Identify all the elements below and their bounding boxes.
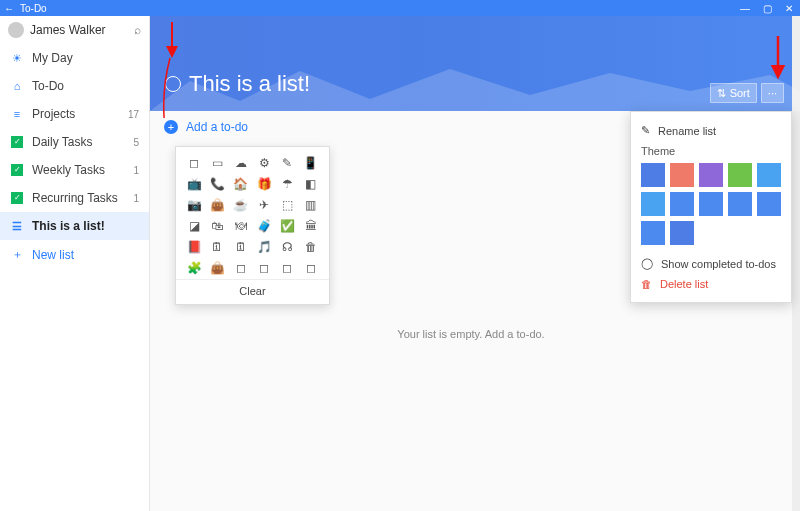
emoji-picker-clear-button[interactable]: Clear bbox=[176, 279, 329, 304]
emoji-option[interactable]: ✅ bbox=[280, 219, 294, 233]
sidebar-item-weekly-tasks[interactable]: ✓ Weekly Tasks 1 bbox=[0, 156, 149, 184]
emoji-option[interactable]: ⬚ bbox=[280, 198, 294, 212]
emoji-option[interactable]: 📷 bbox=[187, 198, 201, 212]
sidebar-item-todo[interactable]: ⌂ To-Do bbox=[0, 72, 149, 100]
theme-swatch[interactable] bbox=[757, 163, 781, 187]
new-list-button[interactable]: ＋ New list bbox=[0, 240, 149, 269]
sidebar: James Walker ⌕ ☀ My Day ⌂ To-Do ≡ Projec… bbox=[0, 16, 150, 511]
emoji-option[interactable]: ◻ bbox=[304, 261, 318, 275]
emoji-option[interactable]: 🗓 bbox=[210, 240, 224, 254]
emoji-option[interactable]: 📺 bbox=[187, 177, 201, 191]
theme-swatch[interactable] bbox=[728, 163, 752, 187]
add-icon: + bbox=[164, 120, 178, 134]
emoji-option[interactable]: ☊ bbox=[280, 240, 294, 254]
user-row[interactable]: James Walker ⌕ bbox=[0, 16, 149, 44]
check-circle-icon: ◯ bbox=[641, 257, 653, 270]
sidebar-item-this-is-a-list[interactable]: ☰ This is a list! bbox=[0, 212, 149, 240]
theme-swatch[interactable] bbox=[670, 221, 694, 245]
bullet-list-icon: ☰ bbox=[10, 220, 24, 233]
window-maximize-button[interactable]: ▢ bbox=[756, 3, 778, 14]
list-options-flyout: ✎ Rename list Theme ◯ Show completed to-… bbox=[630, 111, 792, 303]
sidebar-item-projects[interactable]: ≡ Projects 17 bbox=[0, 100, 149, 128]
back-button[interactable]: ← bbox=[0, 3, 18, 14]
theme-swatch[interactable] bbox=[641, 221, 665, 245]
list-emoji-button[interactable] bbox=[165, 76, 181, 92]
theme-swatch[interactable] bbox=[641, 192, 665, 216]
home-icon: ⌂ bbox=[10, 80, 24, 92]
search-icon[interactable]: ⌕ bbox=[134, 23, 141, 37]
titlebar: ← To-Do — ▢ ✕ bbox=[0, 0, 800, 16]
theme-swatch[interactable] bbox=[670, 192, 694, 216]
sidebar-item-label: Daily Tasks bbox=[32, 135, 92, 149]
emoji-option[interactable]: ☂ bbox=[280, 177, 294, 191]
theme-swatch[interactable] bbox=[699, 163, 723, 187]
emoji-option[interactable]: 🏛 bbox=[304, 219, 318, 233]
sidebar-item-label: Projects bbox=[32, 107, 75, 121]
sidebar-item-label: Recurring Tasks bbox=[32, 191, 118, 205]
theme-swatch[interactable] bbox=[728, 192, 752, 216]
emoji-option[interactable]: ◻ bbox=[234, 261, 248, 275]
sidebar-item-recurring-tasks[interactable]: ✓ Recurring Tasks 1 bbox=[0, 184, 149, 212]
empty-list-message: Your list is empty. Add a to-do. bbox=[150, 328, 792, 340]
emoji-option[interactable]: 📕 bbox=[187, 240, 201, 254]
show-completed-button[interactable]: ◯ Show completed to-dos bbox=[641, 253, 781, 274]
emoji-option[interactable]: ◻ bbox=[187, 156, 201, 170]
list-banner: This is a list! ⇅ Sort ··· bbox=[150, 16, 792, 111]
sort-label: Sort bbox=[730, 87, 750, 99]
emoji-option[interactable]: 🛍 bbox=[210, 219, 224, 233]
check-icon: ✓ bbox=[10, 136, 24, 148]
sidebar-item-daily-tasks[interactable]: ✓ Daily Tasks 5 bbox=[0, 128, 149, 156]
theme-swatch[interactable] bbox=[699, 192, 723, 216]
emoji-option[interactable]: 📱 bbox=[304, 156, 318, 170]
theme-swatch[interactable] bbox=[670, 163, 694, 187]
emoji-option[interactable]: ◻ bbox=[280, 261, 294, 275]
emoji-option[interactable]: 🎵 bbox=[257, 240, 271, 254]
window-minimize-button[interactable]: — bbox=[734, 3, 756, 14]
emoji-option[interactable]: ◧ bbox=[304, 177, 318, 191]
emoji-option[interactable]: ✎ bbox=[280, 156, 294, 170]
emoji-option[interactable]: ◻ bbox=[257, 261, 271, 275]
theme-swatches bbox=[641, 163, 781, 245]
window-close-button[interactable]: ✕ bbox=[778, 3, 800, 14]
emoji-option[interactable]: ◪ bbox=[187, 219, 201, 233]
theme-swatch[interactable] bbox=[757, 192, 781, 216]
emoji-option[interactable]: ☁ bbox=[234, 156, 248, 170]
emoji-option[interactable]: ⚙ bbox=[257, 156, 271, 170]
list-options-button[interactable]: ··· bbox=[761, 83, 784, 103]
theme-heading: Theme bbox=[641, 145, 781, 157]
show-completed-label: Show completed to-dos bbox=[661, 258, 776, 270]
main: This is a list! ⇅ Sort ··· + Add a to-do… bbox=[150, 16, 792, 511]
emoji-picker: ◻▭☁⚙✎📱📺📞🏠🎁☂◧📷👜☕✈⬚▥◪🛍🍽🧳✅🏛📕🗓🗓🎵☊🗑🧩👜◻◻◻◻ Cle… bbox=[175, 146, 330, 305]
emoji-option[interactable]: 🏠 bbox=[234, 177, 248, 191]
sidebar-item-label: This is a list! bbox=[32, 219, 105, 233]
sidebar-item-label: Weekly Tasks bbox=[32, 163, 105, 177]
delete-list-button[interactable]: 🗑 Delete list bbox=[641, 274, 781, 294]
new-list-label: New list bbox=[32, 248, 74, 262]
sidebar-item-label: My Day bbox=[32, 51, 73, 65]
sidebar-item-label: To-Do bbox=[32, 79, 64, 93]
sort-icon: ⇅ bbox=[717, 87, 726, 100]
rename-list-label: Rename list bbox=[658, 125, 716, 137]
emoji-option[interactable]: 🎁 bbox=[257, 177, 271, 191]
sidebar-item-my-day[interactable]: ☀ My Day bbox=[0, 44, 149, 72]
sun-icon: ☀ bbox=[10, 52, 24, 65]
emoji-option[interactable]: 👜 bbox=[210, 198, 224, 212]
emoji-option[interactable]: ▥ bbox=[304, 198, 318, 212]
emoji-option[interactable]: ▭ bbox=[210, 156, 224, 170]
emoji-option[interactable]: 🗑 bbox=[304, 240, 318, 254]
emoji-option[interactable]: 🧩 bbox=[187, 261, 201, 275]
rename-list-button[interactable]: ✎ Rename list bbox=[641, 120, 781, 141]
emoji-option[interactable]: ☕ bbox=[234, 198, 248, 212]
emoji-option[interactable]: 🍽 bbox=[234, 219, 248, 233]
theme-swatch[interactable] bbox=[641, 163, 665, 187]
emoji-option[interactable]: 📞 bbox=[210, 177, 224, 191]
add-todo-placeholder: Add a to-do bbox=[186, 120, 248, 134]
list-title[interactable]: This is a list! bbox=[189, 71, 310, 97]
emoji-picker-grid: ◻▭☁⚙✎📱📺📞🏠🎁☂◧📷👜☕✈⬚▥◪🛍🍽🧳✅🏛📕🗓🗓🎵☊🗑🧩👜◻◻◻◻ bbox=[176, 147, 329, 279]
emoji-option[interactable]: ✈ bbox=[257, 198, 271, 212]
emoji-option[interactable]: 👜 bbox=[210, 261, 224, 275]
sort-button[interactable]: ⇅ Sort bbox=[710, 83, 757, 103]
emoji-option[interactable]: 🧳 bbox=[257, 219, 271, 233]
avatar bbox=[8, 22, 24, 38]
emoji-option[interactable]: 🗓 bbox=[234, 240, 248, 254]
